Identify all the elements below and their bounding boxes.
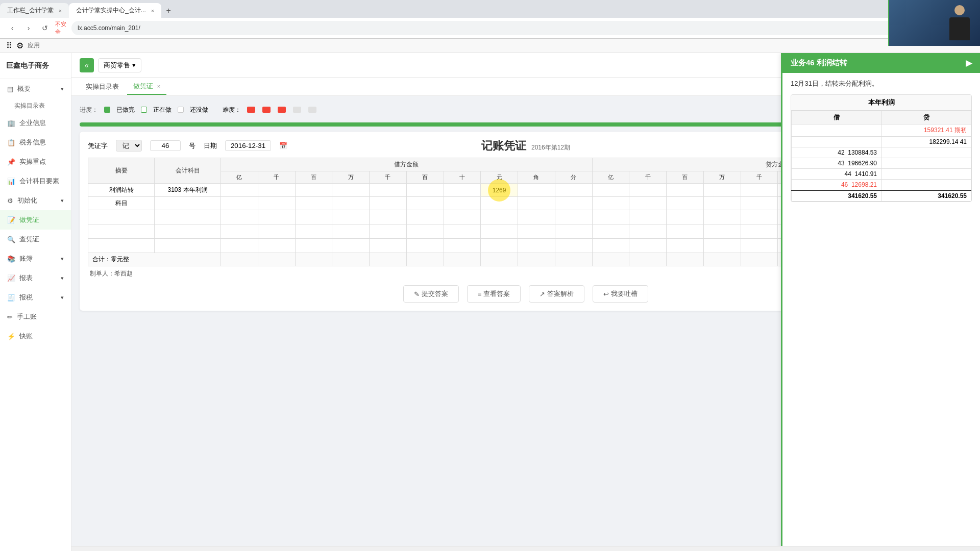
row2-c2-input[interactable] bbox=[630, 200, 665, 207]
tab-shicao[interactable]: 实操目录表 bbox=[80, 79, 125, 94]
sidebar-item-quickledger[interactable]: ⚡ 快账 bbox=[0, 327, 71, 346]
row2-d2[interactable] bbox=[258, 197, 295, 210]
sidebar-item-voucher[interactable]: 📝 做凭证 bbox=[0, 210, 71, 230]
row1-debit-jiao-input[interactable] bbox=[519, 187, 554, 194]
complain-button[interactable]: ↩ 我要吐槽 bbox=[593, 285, 648, 303]
view-answer-button[interactable]: ≡ 查看答案 bbox=[467, 285, 521, 303]
row2-c1-input[interactable] bbox=[594, 200, 628, 207]
horizontal-scrollbar[interactable] bbox=[71, 546, 980, 551]
row2-d5[interactable] bbox=[370, 197, 407, 210]
business-dropdown[interactable]: 商贸零售 ▾ bbox=[98, 58, 141, 72]
row1-debit-qian2-input[interactable] bbox=[371, 187, 405, 194]
row2-d5-input[interactable] bbox=[371, 200, 405, 207]
url-input[interactable] bbox=[71, 21, 974, 35]
row1-debit-fen-input[interactable] bbox=[556, 187, 591, 194]
row2-d1[interactable] bbox=[221, 197, 258, 210]
collapse-button[interactable]: « bbox=[80, 58, 94, 72]
sidebar-item-tax[interactable]: 📋 税务信息 bbox=[0, 133, 71, 152]
row1-credit-wan-input[interactable] bbox=[705, 187, 740, 194]
row2-d7-input[interactable] bbox=[445, 200, 480, 207]
row1-debit-qian2[interactable] bbox=[370, 184, 407, 197]
row2-c3-input[interactable] bbox=[668, 200, 702, 207]
submit-answer-button[interactable]: ✎ 提交答案 bbox=[403, 285, 459, 303]
sidebar-item-keypoints[interactable]: 📌 实操重点 bbox=[0, 152, 71, 171]
row1-credit-bai[interactable] bbox=[667, 184, 704, 197]
sidebar-item-init[interactable]: ⚙ 初始化 ▾ bbox=[0, 191, 71, 210]
row1-debit-shi[interactable] bbox=[444, 184, 481, 197]
settings-icon[interactable]: ⚙ bbox=[16, 41, 23, 51]
sidebar-item-subject[interactable]: 📊 会计科目要素 bbox=[0, 171, 71, 191]
row1-credit-yi[interactable] bbox=[592, 184, 629, 197]
home-button[interactable]: 不安全 bbox=[55, 22, 67, 34]
row1-debit-yi[interactable] bbox=[221, 184, 258, 197]
row2-d7[interactable] bbox=[444, 197, 481, 210]
sidebar-item-shicao-list[interactable]: 实操目录表 bbox=[0, 98, 71, 113]
date-input[interactable] bbox=[225, 140, 271, 151]
tab-close-2[interactable]: × bbox=[151, 8, 154, 14]
row2-d3[interactable] bbox=[295, 197, 332, 210]
row2-d8-input[interactable] bbox=[482, 200, 517, 207]
tab-zuopin-close[interactable]: × bbox=[157, 83, 160, 89]
back-button[interactable]: ‹ bbox=[6, 22, 18, 34]
row2-d6[interactable] bbox=[406, 197, 444, 210]
row2-c3[interactable] bbox=[667, 197, 704, 210]
row1-debit-qian[interactable] bbox=[258, 184, 295, 197]
sidebar-item-payroll[interactable]: ✏ 手工账 bbox=[0, 307, 71, 327]
forward-button[interactable]: › bbox=[22, 22, 35, 34]
row2-d10-input[interactable] bbox=[556, 200, 591, 207]
sidebar-item-enterprise[interactable]: 🏢 企业信息 bbox=[0, 113, 71, 133]
row1-debit-bai-input[interactable] bbox=[297, 187, 331, 194]
row1-credit-qian-input[interactable] bbox=[630, 187, 665, 194]
apps-icon[interactable]: ⠿ bbox=[6, 41, 12, 51]
analyze-answer-button[interactable]: ↗ 答案解析 bbox=[529, 285, 584, 303]
side-panel-close[interactable]: ▶ bbox=[966, 58, 972, 68]
row2-d10[interactable] bbox=[555, 197, 592, 210]
row1-debit-qian-input[interactable] bbox=[259, 187, 294, 194]
voucher-no-input[interactable] bbox=[150, 140, 181, 151]
row1-debit-jiao[interactable] bbox=[518, 184, 555, 197]
row1-debit-bai2[interactable] bbox=[406, 184, 444, 197]
row2-c1[interactable] bbox=[592, 197, 629, 210]
row1-debit-bai2-input[interactable] bbox=[408, 187, 443, 194]
browser-tab-2[interactable]: 会计学堂实操中心_会计... × bbox=[69, 3, 161, 18]
reload-button[interactable]: ↺ bbox=[39, 22, 51, 34]
sidebar-item-report[interactable]: 📈 报表 ▾ bbox=[0, 268, 71, 288]
row1-credit-qian2[interactable] bbox=[741, 184, 778, 197]
row2-d9[interactable] bbox=[518, 197, 555, 210]
row1-debit-yi-input[interactable] bbox=[222, 187, 257, 194]
sidebar-item-check[interactable]: 🔍 查凭证 bbox=[0, 230, 71, 249]
row2-c5-input[interactable] bbox=[742, 200, 777, 207]
row1-credit-bai-input[interactable] bbox=[668, 187, 702, 194]
row1-debit-wan-input[interactable] bbox=[333, 187, 368, 194]
row1-credit-yi-input[interactable] bbox=[594, 187, 628, 194]
row1-debit-wan[interactable] bbox=[332, 184, 370, 197]
row2-c4[interactable] bbox=[703, 197, 741, 210]
row1-debit-yuan-input[interactable] bbox=[482, 187, 517, 194]
row1-credit-qian2-input[interactable] bbox=[742, 187, 777, 194]
row1-credit-qian[interactable] bbox=[629, 184, 667, 197]
browser-tab-1[interactable]: 工作栏_会计学堂 × bbox=[0, 3, 69, 18]
row2-d6-input[interactable] bbox=[408, 200, 443, 207]
row2-account[interactable] bbox=[155, 197, 221, 210]
row2-d3-input[interactable] bbox=[297, 200, 331, 207]
row2-d8[interactable] bbox=[481, 197, 518, 210]
row2-d9-input[interactable] bbox=[519, 200, 554, 207]
date-calendar-icon[interactable]: 📅 bbox=[279, 142, 287, 149]
row2-c5[interactable] bbox=[741, 197, 778, 210]
row1-debit-bai[interactable] bbox=[295, 184, 332, 197]
tab-zuopin[interactable]: 做凭证 × bbox=[127, 79, 166, 95]
row2-d4[interactable] bbox=[332, 197, 370, 210]
row2-c4-input[interactable] bbox=[705, 200, 740, 207]
sidebar-item-taxreport[interactable]: 🧾 报税 ▾ bbox=[0, 288, 71, 307]
voucher-type-select[interactable]: 记 bbox=[116, 140, 142, 152]
row1-debit-yuan[interactable] bbox=[481, 184, 518, 197]
row2-d1-input[interactable] bbox=[222, 200, 257, 207]
row2-d4-input[interactable] bbox=[333, 200, 368, 207]
sidebar-item-overview[interactable]: ▤ 概要 ▾ bbox=[0, 79, 71, 98]
tab-close-1[interactable]: × bbox=[59, 8, 62, 14]
row2-d2-input[interactable] bbox=[259, 200, 294, 207]
sidebar-item-ledger[interactable]: 📚 账簿 ▾ bbox=[0, 249, 71, 268]
row1-credit-wan[interactable] bbox=[703, 184, 741, 197]
row2-c2[interactable] bbox=[629, 197, 667, 210]
row2-account-input[interactable] bbox=[156, 200, 219, 207]
